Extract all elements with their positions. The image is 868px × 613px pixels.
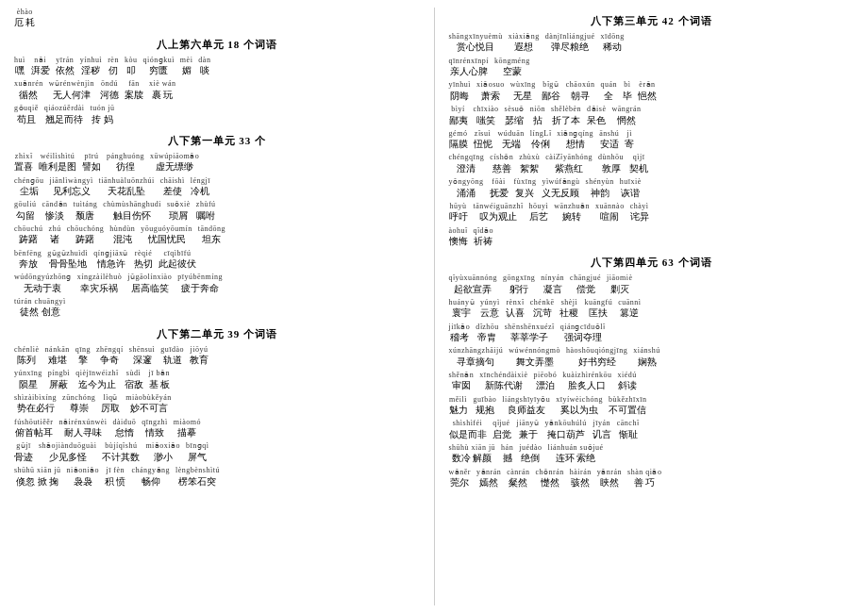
left-column: èhào 厄 耗 八上第六单元 18 个词语 huì嘿 nǎi湃爱 yīrán依… [0, 0, 434, 613]
word-xuanren: xuǎnrén循然 [14, 79, 43, 102]
section-4-title: 八下第三单元 42 个词语 [446, 13, 858, 29]
section-1: 八上第六单元 18 个词语 huì嘿 nǎi湃爱 yīrán依然 yínhuì淫… [11, 37, 423, 127]
section-2: 八下第一单元 33 个 zhìxǐ置喜 wéilìshìtú唯利是图 pīrú譬… [11, 133, 423, 321]
top-word-block: èhào 厄 耗 [14, 8, 35, 30]
word-nai: nǎi湃爱 [31, 56, 50, 78]
word-tuan-ju: tuón jū抟 妈 [91, 104, 115, 126]
word-dan: dàn啖 [198, 56, 210, 78]
word-wurenqianjin: wǔrénwènjìn无人何津 [49, 79, 94, 102]
section-1-words-2: xuǎnrén循然 wǔrénwènjìn无人何津 ōndú河德 fān案牍 x… [11, 79, 423, 103]
top-hanzi: 厄 耗 [14, 17, 35, 29]
word-kou: kòu叩 [125, 56, 138, 78]
word-yinhui: yínhuì淫秽 [80, 56, 102, 78]
section-3: 八下第二单元 39 个词语 chénliè陈列 nánkān难堪 qīng擎 z… [11, 326, 423, 489]
word-fan: fān案牍 [125, 79, 143, 102]
top-pinyin: èhào [14, 8, 35, 17]
word-mei: mèi媚 [180, 56, 193, 78]
section-2-title: 八下第一单元 33 个 [11, 133, 423, 149]
section-5-title: 八下第四单元 63 个词语 [446, 255, 858, 271]
section-2-words: zhìxǐ置喜 wéilìshìtú唯利是图 pīrú譬如 pánghuóng彷… [11, 152, 423, 175]
section-1-words: huì嘿 nǎi湃爱 yīrán依然 yínhuì淫秽 rèn仞 kòu叩 qi… [11, 56, 423, 79]
section-5: 八下第四单元 63 个词语 qǐyùxuānnóng起欲宣弄 gōngxīng躬… [446, 255, 858, 490]
word-xie-wan: xiè wán裹 玩 [149, 79, 176, 102]
word-qiaozuer: qiáozúěrdài翘足而待 [44, 104, 85, 126]
word-ondu: ōndú河德 [100, 79, 119, 102]
right-column: 八下第三单元 42 个词语 shāngxīnyuèmù赏心悦目 xiàxiǎng… [435, 0, 869, 613]
section-3-title: 八下第二单元 39 个词语 [11, 326, 423, 342]
top-header-section: èhào 厄 耗 [11, 8, 423, 31]
word-ren: rèn仞 [108, 56, 119, 78]
word-gouqie: gǒuqiě苟且 [14, 104, 39, 126]
word-hui: huì嘿 [14, 56, 25, 78]
section-4: 八下第三单元 42 个词语 shāngxīnyuèmù赏心悦目 xiàxiǎng… [446, 13, 858, 249]
word-qiongkui: qiónɡkuì穷匮 [142, 56, 174, 78]
section-1-title: 八上第六单元 18 个词语 [11, 37, 423, 53]
section-1-words-3: gǒuqiě苟且 qiáozúěrdài翘足而待 tuón jū抟 妈 [11, 104, 423, 127]
word-yiran: yīrán依然 [56, 56, 75, 78]
